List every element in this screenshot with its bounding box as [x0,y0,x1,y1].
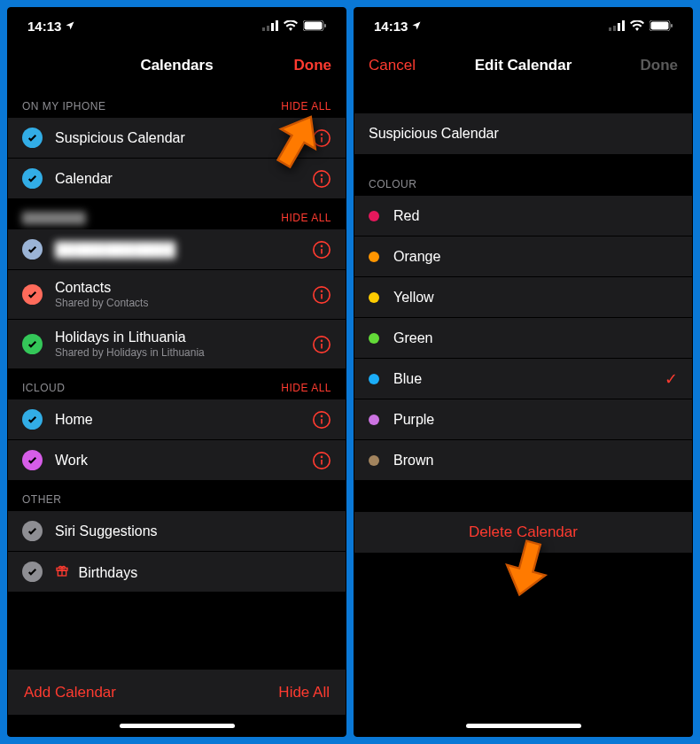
info-icon[interactable] [312,285,331,305]
colour-label: Blue [393,371,422,387]
info-icon[interactable] [312,169,331,189]
colour-dot-icon [369,333,379,344]
colour-label: Yellow [393,290,434,306]
colour-row-blue[interactable]: Blue ✓ [354,359,692,399]
svg-rect-36 [651,22,669,30]
info-icon[interactable] [312,335,331,354]
add-calendar-button[interactable]: Add Calendar [24,684,116,701]
calendars-screen: 14:13 Calendars Done ON MY IPHONE HIDE A… [7,7,346,737]
colour-dot-icon [369,252,379,262]
svg-point-18 [322,291,323,291]
home-indicator[interactable] [354,715,692,736]
info-icon[interactable] [312,410,331,430]
cellular-icon [262,20,278,31]
page-title: Edit Calendar [439,57,607,74]
check-icon[interactable] [22,562,43,582]
svg-rect-31 [609,27,611,31]
edit-calendar-screen: 14:13 Cancel Edit Calendar Done COLOUR R… [354,7,693,737]
colour-dot-icon [369,415,379,425]
colour-row-purple[interactable]: Purple [354,399,692,440]
section-header-account: ████████ HIDE ALL [8,199,346,229]
calendar-row-calendar[interactable]: Calendar [8,159,346,199]
check-icon[interactable] [22,284,43,305]
done-button-disabled: Done [607,57,678,74]
svg-rect-32 [613,26,616,31]
colour-row-red[interactable]: Red [354,196,692,236]
status-bar: 14:13 [354,8,692,43]
calendar-row-suspicious[interactable]: Suspicious Calendar [8,118,346,159]
calendar-list[interactable]: ON MY IPHONE HIDE ALL Suspicious Calenda… [8,88,346,669]
wifi-icon [284,20,298,31]
calendar-row-siri[interactable]: Siri Suggestions [8,511,346,552]
calendar-name-field[interactable] [354,112,692,155]
svg-point-27 [322,456,323,457]
calendar-row-redacted[interactable]: ████████████ [8,229,346,270]
info-icon[interactable] [312,451,331,470]
delete-calendar-button[interactable]: Delete Calendar [354,511,692,554]
colour-dot-icon [369,211,379,221]
status-time: 14:13 [27,19,61,34]
svg-rect-33 [618,23,620,31]
svg-point-15 [322,245,323,246]
section-header-colour: COLOUR [354,155,692,196]
status-time: 14:13 [374,19,408,34]
location-icon [65,20,75,31]
navbar: Calendars Done [8,43,346,88]
battery-icon [649,20,673,31]
check-icon[interactable] [22,168,43,189]
info-icon[interactable] [312,128,331,148]
check-icon[interactable] [22,239,43,260]
check-icon[interactable] [22,450,43,470]
colour-dot-icon [369,455,379,466]
svg-rect-37 [671,24,673,27]
colour-row-orange[interactable]: Orange [354,236,692,277]
hide-all-button[interactable]: HIDE ALL [281,212,331,224]
svg-point-12 [322,174,323,175]
svg-point-9 [322,134,323,135]
calendar-sublabel: Shared by Contacts [55,297,312,309]
svg-rect-1 [267,26,269,31]
cancel-button[interactable]: Cancel [369,57,439,74]
calendar-label: Siri Suggestions [55,523,331,539]
check-icon[interactable] [22,128,43,148]
colour-row-yellow[interactable]: Yellow [354,277,692,318]
svg-point-21 [322,340,323,341]
hide-all-button[interactable]: HIDE ALL [281,100,331,112]
battery-icon [303,20,326,31]
calendar-label: Calendar [55,171,312,187]
edit-form[interactable]: COLOUR Red Orange Yellow Green Blue ✓ Pu… [354,88,692,715]
footer-toolbar: Add Calendar Hide All [8,669,346,715]
cellular-icon [609,20,625,31]
section-header-iphone: ON MY IPHONE HIDE ALL [8,88,346,118]
calendar-row-home[interactable]: Home [8,399,346,440]
calendar-row-work[interactable]: Work [8,440,346,481]
colour-label: Red [393,208,419,224]
check-icon[interactable] [22,409,43,430]
done-button[interactable]: Done [261,57,331,74]
check-icon[interactable] [22,521,43,541]
hide-all-button[interactable]: HIDE ALL [281,382,331,394]
svg-point-24 [322,415,323,416]
colour-row-green[interactable]: Green [354,318,692,359]
page-title: Calendars [93,57,261,74]
status-right [609,20,673,31]
home-indicator[interactable] [8,715,346,736]
calendar-row-birthdays[interactable]: Birthdays [8,552,346,593]
calendar-label: Home [55,412,312,428]
colour-label: Orange [393,249,440,265]
calendar-row-holidays[interactable]: Holidays in Lithuania Shared by Holidays… [8,320,346,369]
check-icon[interactable] [22,334,43,354]
gift-icon [55,563,69,577]
hide-all-button[interactable]: Hide All [278,684,330,701]
info-icon[interactable] [312,240,331,260]
navbar: Cancel Edit Calendar Done [354,43,692,88]
calendar-label: ████████████ [55,242,312,258]
calendar-row-contacts[interactable]: Contacts Shared by Contacts [8,270,346,320]
colour-dot-icon [369,292,379,303]
colour-label: Green [393,330,432,346]
section-header-other: OTHER [8,481,346,511]
calendar-name-input[interactable] [369,126,678,142]
calendar-label: Birthdays [55,563,331,581]
location-icon [411,20,422,31]
colour-row-brown[interactable]: Brown [354,440,692,481]
